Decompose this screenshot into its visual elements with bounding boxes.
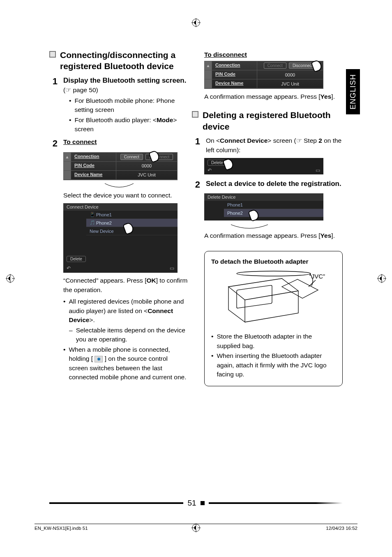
subheading-to-disconnect: To disconnect: [204, 51, 343, 58]
ui-title: Connect Device: [63, 203, 178, 211]
back-icon[interactable]: ↶: [67, 265, 71, 271]
step-number: 1: [192, 136, 200, 155]
step-number: 1: [49, 76, 58, 135]
paragraph: A confirmation message appears. Press [Y…: [204, 231, 343, 240]
ui-label: Connection: [212, 61, 257, 70]
step-title: Select a device to delete the registrati…: [206, 179, 343, 189]
section-title: Deleting a registered Bluetooth device: [203, 109, 343, 132]
spacer: [205, 70, 212, 79]
spacer: [64, 171, 71, 179]
ui-connect-device-list: Connect Device 📱Phone1 🎵Phone2 New Devic…: [63, 203, 178, 273]
step-number: 2: [49, 138, 58, 149]
bullet-item: All registered devices (mobile phone and…: [63, 297, 188, 325]
ui-value: 0000: [257, 70, 323, 79]
right-column: To disconnect ▲ Connection Connect Disco…: [204, 41, 343, 499]
ui-title: Delete Device: [204, 193, 323, 201]
detach-diagram: “JVC”: [211, 270, 336, 332]
connect-button[interactable]: Connect: [120, 154, 143, 160]
spacer: [64, 162, 71, 170]
ui-connection-panel: ▲ Connection Connect Disconnect PIN Code…: [204, 61, 323, 89]
ui-label: Connection: [71, 153, 116, 161]
step-2: 2 Select a device to delete the registra…: [192, 179, 343, 190]
print-footer: EN_KW-NSX1[E].indb 51 12/04/23 16:52: [35, 524, 357, 531]
detach-callout-box: To detach the Bluetooth adapter “JVC”: [204, 251, 343, 386]
subheading-to-connect: To connect: [63, 138, 188, 146]
left-column: Connecting/disconnecting a registered Bl…: [49, 41, 188, 499]
section-heading: Connecting/disconnecting a registered Bl…: [49, 49, 188, 72]
language-tab: ENGLISH: [346, 69, 360, 114]
step-1: 1 Display the Bluetooth setting screen. …: [49, 76, 188, 135]
ui-value: JVC Unit: [116, 171, 177, 179]
ui-value: JVC Unit: [257, 79, 323, 88]
scroll-up-icon: ▲: [64, 153, 71, 161]
section-title: Connecting/disconnecting a registered Bl…: [60, 49, 188, 72]
list-item[interactable]: 📱Phone1: [86, 211, 178, 219]
bluetooth-icon: ✱: [95, 356, 103, 362]
bullet-item: For Bluetooth mobile phone: Phone settin…: [69, 96, 188, 115]
step-1: 1 On <Connect Device> screen (☞ Step 2 o…: [192, 136, 343, 155]
step-title: Display the Bluetooth setting screen.: [63, 76, 188, 86]
bullet-item: For Bluetooth audio player: <Mode> scree…: [69, 116, 188, 134]
page-number: 51: [187, 499, 196, 508]
list-item[interactable]: Phone1: [224, 201, 323, 209]
svg-rect-8: [237, 285, 272, 309]
ui-label: PIN Code: [212, 70, 257, 79]
bullet-item: Store the Bluetooth adapter in the suppl…: [211, 332, 336, 350]
ui-label: PIN Code: [71, 162, 116, 170]
jvc-label: “JVC”: [309, 273, 325, 280]
paragraph: Select the device you want to connect.: [63, 191, 188, 200]
paragraph: A confirmation message appears. Press [Y…: [204, 92, 343, 101]
registration-mark-icon: [191, 18, 201, 27]
step-2: 2 To connect: [49, 138, 188, 149]
bullet-item: When inserting the Bluetooth adapter aga…: [211, 351, 336, 379]
bullet-item: When a mobile phone is connected, holdin…: [63, 345, 188, 382]
registration-mark-icon: [377, 274, 386, 283]
ui-delete-device-list: Delete Device Phone1 Phone2: [204, 193, 323, 220]
paragraph: “Connected” appears. Press [OK] to confi…: [63, 276, 188, 295]
connect-button: Connect: [264, 63, 286, 69]
paragraph: On <Connect Device> screen (☞ Step 2 on …: [206, 136, 343, 155]
ui-label: Device Name: [212, 79, 257, 88]
page-notch-icon: [201, 501, 205, 505]
step-number: 2: [192, 179, 200, 190]
step-ref: (☞ page 50): [63, 86, 188, 95]
section-box-icon: [49, 51, 56, 58]
page-footer-rule: 51: [0, 499, 392, 508]
menu-icon[interactable]: ▭: [316, 167, 320, 173]
dash-item: Selectable items depend on the device yo…: [69, 326, 188, 344]
section-heading: Deleting a registered Bluetooth device: [192, 109, 343, 132]
footer-file: EN_KW-NSX1[E].indb 51: [35, 526, 88, 531]
callout-line: [103, 183, 136, 190]
ui-connection-panel: ▲ Connection Connect Disconnect PIN Code…: [63, 152, 178, 180]
phone-icon: 📱: [90, 212, 95, 217]
scroll-up-icon: ▲: [205, 61, 212, 70]
list-item[interactable]: Phone2: [224, 209, 323, 217]
ui-label: Device Name: [71, 171, 116, 179]
back-icon[interactable]: ↶: [208, 167, 212, 173]
menu-icon[interactable]: ▭: [170, 265, 174, 271]
svg-point-9: [237, 271, 311, 276]
audio-icon: 🎵: [90, 220, 95, 225]
callout-line: [229, 224, 270, 231]
spacer: [205, 79, 212, 88]
delete-button[interactable]: Delete: [67, 256, 86, 262]
detach-title: To detach the Bluetooth adapter: [211, 258, 336, 265]
ui-value: 0000: [116, 162, 177, 170]
footer-timestamp: 12/04/23 16:52: [326, 526, 357, 531]
section-box-icon: [192, 111, 198, 118]
ui-delete-strip: Delete ↶ ▭: [204, 158, 323, 174]
registration-mark-icon: [6, 274, 15, 283]
